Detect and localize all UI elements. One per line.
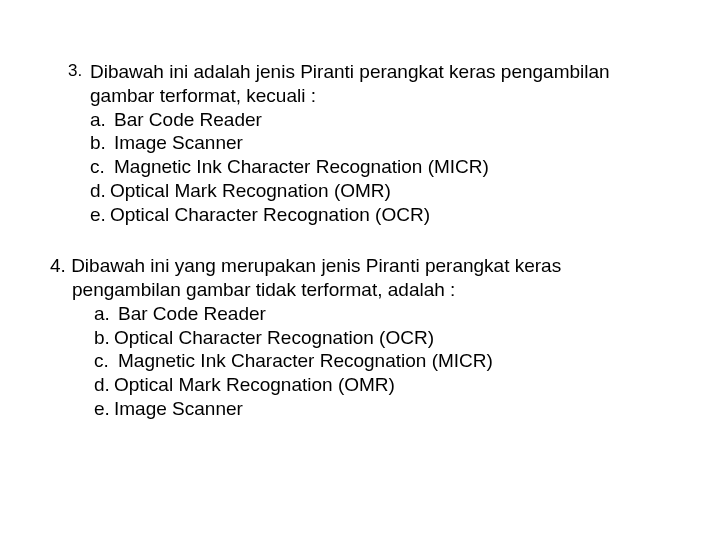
option-letter: b.	[94, 326, 114, 350]
option-letter: a.	[90, 108, 114, 132]
option-e: e. Optical Character Recognation (OCR)	[90, 203, 670, 227]
question-body: 4. Dibawah ini yang merupakan jenis Pira…	[50, 254, 670, 420]
option-text: Optical Mark Recognation (OMR)	[110, 179, 670, 203]
option-letter: e.	[90, 203, 110, 227]
option-b: b. Image Scanner	[90, 131, 670, 155]
option-text: Image Scanner	[114, 131, 670, 155]
question-text: Dibawah ini adalah jenis Piranti perangk…	[90, 60, 670, 226]
question-header: 3. Dibawah ini adalah jenis Piranti pera…	[68, 60, 670, 226]
question-number: 4.	[50, 255, 66, 276]
option-letter: d.	[94, 373, 114, 397]
option-c: c. Magnetic Ink Character Recognation (M…	[90, 155, 670, 179]
option-text: Image Scanner	[114, 397, 670, 421]
question-number: 3.	[68, 60, 90, 81]
question-4: 4. Dibawah ini yang merupakan jenis Pira…	[50, 254, 670, 420]
option-letter: b.	[90, 131, 114, 155]
option-text: Optical Mark Recognation (OMR)	[114, 373, 670, 397]
option-letter: d.	[90, 179, 110, 203]
option-d: d. Optical Mark Recognation (OMR)	[94, 373, 670, 397]
option-text: Optical Character Recognation (OCR)	[114, 326, 670, 350]
option-letter: e.	[94, 397, 114, 421]
question-text-line1: Dibawah ini adalah jenis Piranti perangk…	[90, 61, 610, 82]
question-text-line1: Dibawah ini yang merupakan jenis Piranti…	[71, 255, 561, 276]
options-list: a. Bar Code Reader b. Optical Character …	[50, 302, 670, 421]
question-text-line2: pengambilan gambar tidak terformat, adal…	[50, 278, 455, 302]
option-text: Bar Code Reader	[118, 302, 670, 326]
document-content: 3. Dibawah ini adalah jenis Piranti pera…	[0, 0, 720, 421]
option-b: b. Optical Character Recognation (OCR)	[94, 326, 670, 350]
option-letter: a.	[94, 302, 118, 326]
option-text: Bar Code Reader	[114, 108, 670, 132]
question-3: 3. Dibawah ini adalah jenis Piranti pera…	[68, 60, 670, 226]
option-text: Magnetic Ink Character Recognation (MICR…	[118, 349, 670, 373]
option-text: Optical Character Recognation (OCR)	[110, 203, 670, 227]
option-text: Magnetic Ink Character Recognation (MICR…	[114, 155, 670, 179]
options-list: a. Bar Code Reader b. Image Scanner c. M…	[90, 108, 670, 227]
question-text-line2: gambar terformat, kecuali :	[90, 85, 316, 106]
option-d: d. Optical Mark Recognation (OMR)	[90, 179, 670, 203]
question-header: 4. Dibawah ini yang merupakan jenis Pira…	[50, 254, 670, 420]
option-e: e. Image Scanner	[94, 397, 670, 421]
option-letter: c.	[90, 155, 114, 179]
option-letter: c.	[94, 349, 118, 373]
option-a: a. Bar Code Reader	[94, 302, 670, 326]
option-a: a. Bar Code Reader	[90, 108, 670, 132]
option-c: c. Magnetic Ink Character Recognation (M…	[94, 349, 670, 373]
